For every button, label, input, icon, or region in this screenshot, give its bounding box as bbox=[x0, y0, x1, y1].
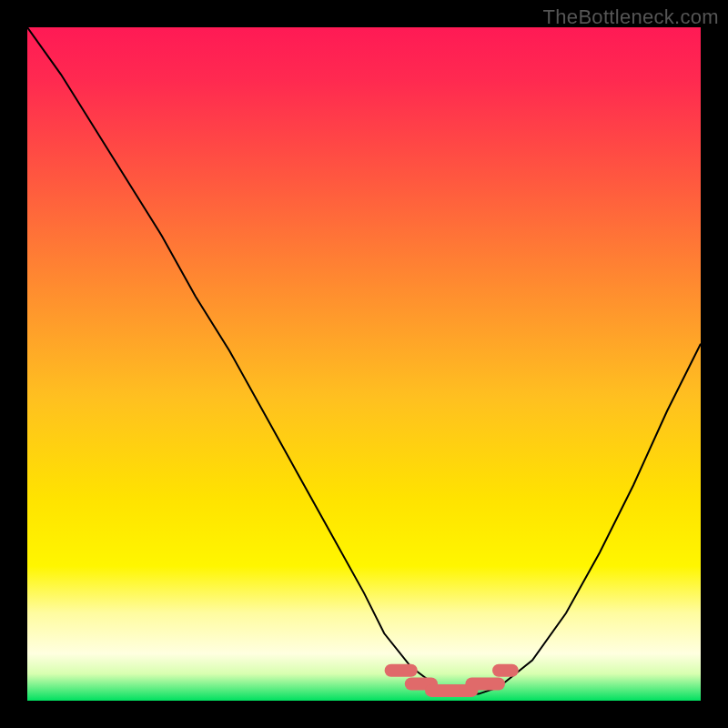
curve-layer bbox=[27, 27, 701, 701]
bottleneck-curve bbox=[27, 27, 701, 694]
chart-frame: TheBottleneck.com bbox=[0, 0, 728, 728]
plot-area bbox=[27, 27, 701, 701]
flat-zone-markers bbox=[391, 671, 512, 691]
watermark-label: TheBottleneck.com bbox=[543, 5, 719, 29]
